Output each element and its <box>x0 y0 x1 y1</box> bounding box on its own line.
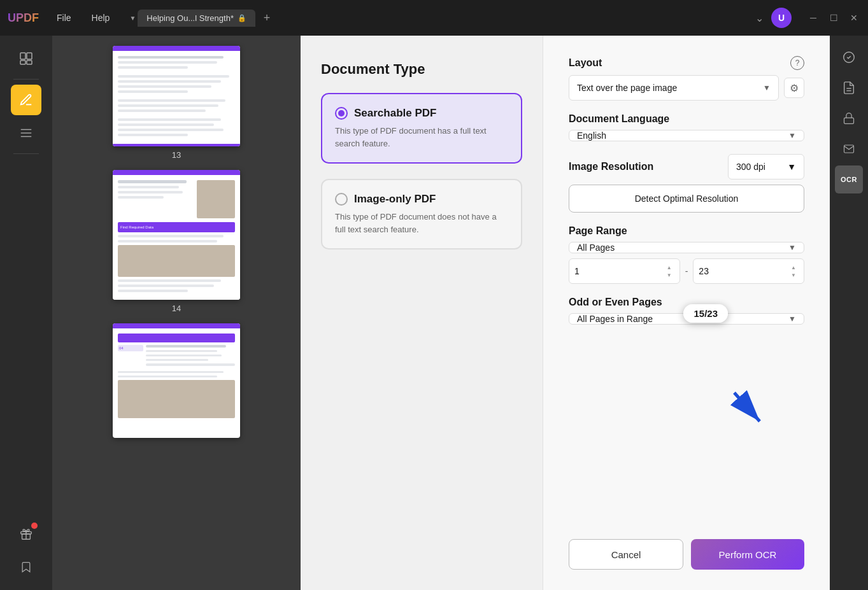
page-from-down[interactable]: ▼ <box>664 271 674 279</box>
window-controls: ─ ☐ ✕ <box>807 11 860 24</box>
detect-resolution-button[interactable]: Detect Optimal Resolution <box>569 185 804 213</box>
dialog-panel: Document Type Searchable PDF This type o… <box>301 36 830 590</box>
content-area: Document Type Searchable PDF This type o… <box>301 36 830 590</box>
thumb-card-14[interactable]: Find Required Data <box>113 170 240 300</box>
page-range-title: Page Range <box>569 225 804 237</box>
blue-arrow-icon <box>722 386 772 437</box>
resolution-section: Image Resolution 300 dpi ▼ Detect Optima… <box>569 154 804 213</box>
close-button[interactable]: ✕ <box>848 11 860 24</box>
page-to-input[interactable]: 23 ▲ ▼ <box>693 258 804 284</box>
odd-even-selected: All Pages in Range <box>577 314 653 324</box>
image-only-option[interactable]: Image-only PDF This type of PDF document… <box>321 179 522 249</box>
layout-chevron-icon: ▼ <box>763 83 771 92</box>
page-range-section: Page Range All Pages ▼ 1 ▲ ▼ <box>569 225 804 284</box>
help-menu[interactable]: Help <box>84 10 118 25</box>
lock-right-icon[interactable] <box>835 104 863 132</box>
page-from-up[interactable]: ▲ <box>664 263 674 271</box>
thumbnail-panel[interactable]: 13 Find Required Data <box>52 36 301 590</box>
user-avatar[interactable]: U <box>771 8 792 28</box>
titlebar: UPDF File Help ▼ Helping Ou...l Strength… <box>0 0 868 36</box>
dialog-title: Document Type <box>321 61 522 78</box>
thumb-card-15[interactable]: 04 <box>113 323 240 438</box>
page-from-input[interactable]: 1 ▲ ▼ <box>569 258 680 284</box>
page-to-value: 23 <box>699 266 709 276</box>
sidebar-divider-1 <box>13 79 39 80</box>
tab-area: ▼ Helping Ou...l Strength* 🔒 + ⌄ <box>127 9 766 27</box>
notification-badge <box>31 523 38 529</box>
action-buttons: Cancel Perform OCR <box>569 539 804 570</box>
thumb-content: Find Required Data <box>113 175 240 300</box>
page-to-down[interactable]: ▼ <box>788 271 799 279</box>
bookmark-sidebar-icon[interactable] <box>11 552 41 582</box>
layout-selected: Text over the page image <box>577 83 677 93</box>
image-only-radio[interactable] <box>335 193 348 206</box>
resolution-row: Image Resolution 300 dpi ▼ <box>569 154 804 179</box>
active-tab[interactable]: Helping Ou...l Strength* 🔒 <box>138 10 255 27</box>
page-range-selected: All Pages <box>577 242 615 253</box>
layout-help-icon[interactable]: ? <box>790 56 804 70</box>
pages-sidebar-icon[interactable] <box>11 43 41 74</box>
searchable-description: This type of PDF document has a full tex… <box>335 125 508 150</box>
list-sidebar-icon[interactable] <box>11 118 41 148</box>
maximize-button[interactable]: ☐ <box>827 11 840 24</box>
layout-gear-icon[interactable]: ⚙ <box>784 78 804 98</box>
page-range-dropdown[interactable]: All Pages ▼ <box>569 242 804 253</box>
tab-title: Helping Ou...l Strength* <box>146 13 234 23</box>
page-from-spinners: ▲ ▼ <box>664 263 674 279</box>
language-title: Document Language <box>569 113 804 125</box>
page-from-value: 1 <box>574 266 580 276</box>
searchable-pdf-option[interactable]: Searchable PDF This type of PDF document… <box>321 93 522 164</box>
tab-lock-icon: 🔒 <box>238 14 246 22</box>
right-sidebar: OCR <box>830 36 868 590</box>
svg-line-10 <box>734 393 760 421</box>
page-range-chevron-icon: ▼ <box>788 243 796 252</box>
layout-select-row: Text over the page image ▼ ⚙ <box>569 75 804 101</box>
perform-ocr-button[interactable]: Perform OCR <box>691 539 804 570</box>
resolution-dropdown[interactable]: 300 dpi ▼ <box>728 154 804 179</box>
language-chevron-icon: ▼ <box>788 131 796 140</box>
resolution-chevron-icon: ▼ <box>787 162 796 172</box>
svg-rect-14 <box>844 118 854 123</box>
left-sidebar <box>0 36 52 590</box>
page-to-spinners: ▲ ▼ <box>788 263 799 279</box>
thumb-header <box>113 323 240 328</box>
language-selected: English <box>577 130 606 141</box>
minimize-button[interactable]: ─ <box>807 11 820 24</box>
page-indicator: 15/23 <box>683 304 728 323</box>
ocr-label: OCR <box>841 176 857 183</box>
thumbnail-item: 04 <box>113 323 240 438</box>
app-logo: UPDF <box>8 11 39 25</box>
image-only-description: This type of PDF document does not have … <box>335 211 508 235</box>
convert-right-icon[interactable] <box>835 43 863 71</box>
cancel-button[interactable]: Cancel <box>569 539 683 570</box>
image-only-label: Image-only PDF <box>354 193 436 206</box>
option-header: Searchable PDF <box>335 107 508 120</box>
page-range-inputs: 1 ▲ ▼ - 23 ▲ ▼ <box>569 258 804 284</box>
tab-dropdown[interactable]: ▼ <box>127 13 138 23</box>
thumb-header <box>113 170 240 175</box>
tab-add-button[interactable]: + <box>258 9 276 27</box>
svg-rect-1 <box>27 53 32 59</box>
mail-right-icon[interactable] <box>835 135 863 163</box>
resolution-selected: 300 dpi <box>736 162 765 172</box>
ocr-dialog: Document Type Searchable PDF This type o… <box>301 36 830 590</box>
thumb-page-number: 13 <box>172 150 181 160</box>
thumb-card-13[interactable] <box>113 46 240 146</box>
layout-dropdown[interactable]: Text over the page image ▼ <box>569 75 779 101</box>
odd-even-chevron-icon: ▼ <box>788 314 796 323</box>
ocr-right-icon[interactable]: OCR <box>835 165 863 193</box>
resolution-title: Image Resolution <box>569 161 653 172</box>
range-dash: - <box>685 266 688 276</box>
thumbnail-item: 13 <box>113 46 240 160</box>
file-menu[interactable]: File <box>49 10 79 25</box>
main-area: 13 Find Required Data <box>0 36 868 590</box>
pdf-right-icon[interactable] <box>835 74 863 102</box>
page-to-up[interactable]: ▲ <box>788 263 799 271</box>
layout-title: Layout <box>569 57 602 69</box>
edit-sidebar-icon[interactable] <box>11 85 41 115</box>
searchable-radio[interactable] <box>335 107 348 120</box>
language-section: Document Language English ▼ <box>569 113 804 141</box>
tab-more-button[interactable]: ⌄ <box>753 10 766 27</box>
language-dropdown[interactable]: English ▼ <box>569 130 804 141</box>
gift-sidebar-icon[interactable] <box>11 519 41 549</box>
